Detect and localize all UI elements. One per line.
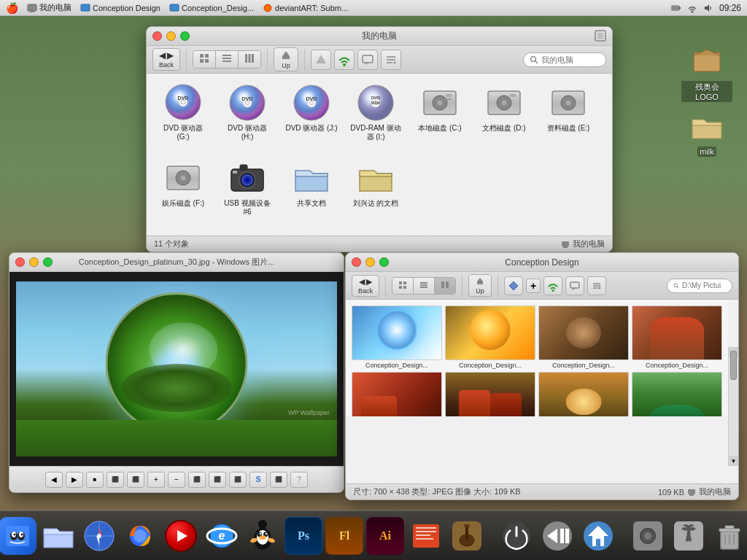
imgviewer-fit-btn[interactable]: ⬛ (188, 472, 206, 488)
thumb-item-1[interactable]: Conception_Design... (352, 306, 442, 369)
thumb-item-7[interactable]: Conception_Design... (538, 372, 629, 416)
view-btn-columns[interactable] (239, 51, 260, 68)
mypc-settings-icon[interactable] (595, 30, 606, 42)
scrollbar-down-btn[interactable]: ▼ (729, 456, 738, 466)
dock-office[interactable] (407, 517, 445, 555)
imgviewer-max-btn[interactable] (43, 257, 53, 267)
conception-scrollbar[interactable]: ▲ ▼ (728, 347, 738, 466)
dock-finder[interactable] (0, 517, 36, 555)
file-icon-dvdram-i[interactable]: DVD RAM DVD-RAM 驱动器 (I:) (347, 81, 405, 150)
conception-up-btn[interactable]: Up (468, 274, 492, 297)
thumb-item-6[interactable]: Conception_Design... (445, 372, 535, 416)
conception-view-thumb[interactable] (435, 278, 455, 294)
desktop-icon-logo[interactable]: 残奥会LOGO (681, 44, 732, 102)
imgviewer-actual-btn[interactable]: ⬛ (209, 472, 226, 488)
conception-view-list[interactable] (414, 278, 435, 294)
imgviewer-rotate-btn[interactable]: ⬛ (229, 472, 247, 488)
svg-rect-127 (416, 538, 433, 540)
file-icon-data-e[interactable]: 资料磁盘 (E:) (539, 81, 597, 150)
apple-menu[interactable]: 🍎 (6, 2, 18, 14)
file-icon-dvd-h[interactable]: DVD DVD 驱动器 (H:) (218, 81, 276, 150)
thumb-item-8[interactable]: Conception_Design... (632, 372, 722, 416)
svg-text:DVD: DVD (306, 96, 317, 101)
conception-settings-btn[interactable] (587, 276, 606, 295)
mypc-search-input[interactable] (541, 55, 600, 64)
mypc-chat-btn[interactable] (357, 50, 378, 70)
imgviewer-min-btn[interactable] (29, 257, 39, 267)
thumb-item-3[interactable]: Conception_Design... (538, 306, 629, 369)
dock-home[interactable] (579, 517, 617, 555)
view-btn-list[interactable] (216, 51, 239, 68)
dock-power[interactable] (498, 517, 535, 555)
thumb-item-4[interactable]: Conception_Design... (632, 306, 722, 369)
dock-firefox[interactable] (121, 517, 159, 555)
file-icon-dvd-j[interactable]: DVD DVD 驱动器 (J:) (282, 81, 341, 150)
mypc-back-btn[interactable]: ◀ ▶ Back (152, 48, 180, 71)
menubar-conception[interactable]: Conception Design (80, 3, 160, 13)
svg-rect-124 (416, 527, 436, 529)
conception-min-btn[interactable] (365, 257, 375, 267)
dock-flash[interactable]: Fl (325, 517, 363, 555)
conception-diamond-btn[interactable] (504, 276, 523, 295)
dock-music[interactable] (538, 517, 576, 555)
desktop-icon-milk[interactable]: milk (681, 109, 732, 157)
imgviewer-print-btn[interactable]: ⬛ (270, 472, 287, 488)
dock-photoshop[interactable]: Ps (285, 517, 322, 555)
file-icon-enter-f[interactable]: 娱乐磁盘 (F:) (154, 156, 212, 225)
conception-wifi-btn[interactable] (543, 276, 562, 295)
dock-garageband[interactable] (448, 517, 486, 555)
imgviewer-prev-btn[interactable]: ◀ (45, 472, 63, 488)
svg-point-122 (264, 521, 267, 525)
imgviewer-close-btn[interactable] (15, 257, 25, 267)
conception-view-icon[interactable] (392, 278, 414, 294)
dock-safari[interactable] (80, 517, 118, 555)
conception-max-btn[interactable] (379, 257, 389, 267)
mypc-action-btn-1[interactable] (311, 50, 331, 70)
imgviewer-help-btn[interactable]: ? (290, 472, 308, 488)
menubar-deviantart[interactable]: deviantART: Subm... (263, 3, 348, 13)
dock-illustrator[interactable]: Ai (366, 517, 404, 555)
svg-rect-0 (28, 4, 36, 11)
svg-point-107 (134, 530, 146, 542)
file-icon-usb[interactable]: USB 视频设备 #6 (218, 156, 276, 225)
menubar-conception2[interactable]: Conception_Desig... (169, 3, 254, 13)
imgviewer-stop-btn[interactable]: ■ (86, 472, 104, 488)
imgviewer-zoomout-btn[interactable]: − (168, 472, 185, 488)
file-icon-shared[interactable]: 共享文档 (282, 156, 341, 225)
scrollbar-thumb[interactable] (730, 351, 737, 380)
dock-vlc[interactable] (162, 517, 200, 555)
file-icon-local-c[interactable]: 本地磁盘 (C:) (411, 81, 469, 150)
dock-folder[interactable] (39, 517, 77, 555)
dock-apple[interactable] (670, 517, 708, 555)
dock-trash[interactable] (711, 517, 747, 555)
imgviewer-view-btn[interactable]: ⬛ (127, 472, 144, 488)
dock-qq[interactable] (244, 517, 282, 555)
view-btn-icons[interactable] (193, 51, 216, 68)
mypc-min-btn[interactable] (166, 31, 176, 41)
mypc-search-box[interactable] (523, 52, 606, 67)
mypc-up-btn[interactable]: Up (274, 47, 298, 71)
conception-close-btn[interactable] (352, 257, 361, 267)
imgviewer-zoomin-btn[interactable]: + (147, 472, 165, 488)
file-icon-dvd-g[interactable]: DVD DVD 驱动器 (G:) (154, 81, 212, 150)
mypc-settings-btn[interactable] (381, 50, 401, 70)
mypc-close-btn[interactable] (152, 31, 162, 41)
imgviewer-slideshow-btn[interactable]: ⬛ (107, 472, 124, 488)
mypc-wifi-btn[interactable] (334, 50, 355, 70)
dock-ie[interactable]: e (203, 517, 241, 555)
conception-search-box[interactable] (667, 279, 732, 293)
imgviewer-s-btn[interactable]: S (249, 472, 267, 488)
menubar-mypc[interactable]: 我的电脑 (27, 2, 71, 13)
imgviewer-next-btn[interactable]: ▶ (66, 472, 83, 488)
dock-settings[interactable] (629, 517, 667, 555)
conception-back-btn[interactable]: ◀ ▶ Back (352, 275, 379, 297)
conception-plus-btn[interactable]: + (526, 279, 541, 293)
mypc-search-icon (530, 55, 538, 64)
conception-chat-btn[interactable] (565, 276, 584, 295)
conception-search-input[interactable] (682, 281, 726, 289)
file-icon-user-docs[interactable]: 刘兴达 的文档 (347, 156, 405, 225)
thumb-item-2[interactable]: Conception_Design... (445, 306, 535, 369)
thumb-item-5[interactable]: Conception_Design... (352, 372, 442, 416)
file-icon-doc-d[interactable]: 文档磁盘 (D:) (475, 81, 533, 150)
mypc-max-btn[interactable] (180, 31, 190, 41)
